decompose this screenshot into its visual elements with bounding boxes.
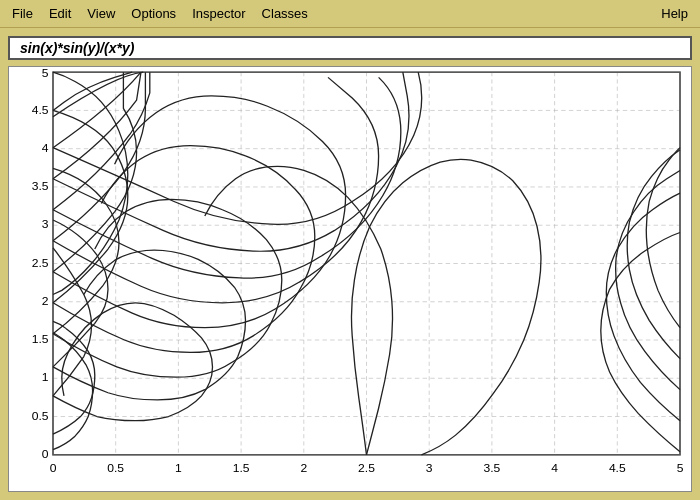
- svg-text:1.5: 1.5: [233, 462, 250, 475]
- svg-text:5: 5: [677, 462, 684, 475]
- svg-text:4.5: 4.5: [32, 103, 49, 116]
- plot-title: sin(x)*sin(y)/(x*y): [8, 36, 692, 60]
- svg-text:3.5: 3.5: [483, 462, 500, 475]
- menubar: File Edit View Options Inspector Classes…: [0, 0, 700, 28]
- menu-help[interactable]: Help: [653, 4, 696, 23]
- svg-text:1.5: 1.5: [32, 332, 49, 345]
- svg-text:3: 3: [426, 462, 433, 475]
- svg-text:1: 1: [175, 462, 182, 475]
- plot-svg: 0 0.5 1 1.5 2 2.5 3 3.5 4 4.5 5 0 0.5 1 …: [9, 67, 691, 491]
- svg-text:4: 4: [551, 462, 558, 475]
- menu-view[interactable]: View: [79, 4, 123, 23]
- svg-text:2: 2: [300, 462, 307, 475]
- menu-inspector[interactable]: Inspector: [184, 4, 253, 23]
- svg-text:5: 5: [42, 67, 49, 79]
- svg-text:0.5: 0.5: [32, 409, 49, 422]
- menu-file[interactable]: File: [4, 4, 41, 23]
- svg-text:4.5: 4.5: [609, 462, 626, 475]
- svg-text:2.5: 2.5: [358, 462, 375, 475]
- svg-text:2: 2: [42, 294, 49, 307]
- svg-text:0: 0: [50, 462, 57, 475]
- svg-text:3.5: 3.5: [32, 179, 49, 192]
- main-content: sin(x)*sin(y)/(x*y): [0, 28, 700, 500]
- svg-text:3: 3: [42, 218, 49, 231]
- menu-classes[interactable]: Classes: [254, 4, 316, 23]
- plot-area: 0 0.5 1 1.5 2 2.5 3 3.5 4 4.5 5 0 0.5 1 …: [8, 66, 692, 492]
- svg-text:2.5: 2.5: [32, 256, 49, 269]
- svg-text:0.5: 0.5: [107, 462, 124, 475]
- menu-options[interactable]: Options: [123, 4, 184, 23]
- svg-text:4: 4: [42, 141, 49, 154]
- svg-text:0: 0: [42, 447, 49, 460]
- svg-text:1: 1: [42, 371, 49, 384]
- menu-edit[interactable]: Edit: [41, 4, 79, 23]
